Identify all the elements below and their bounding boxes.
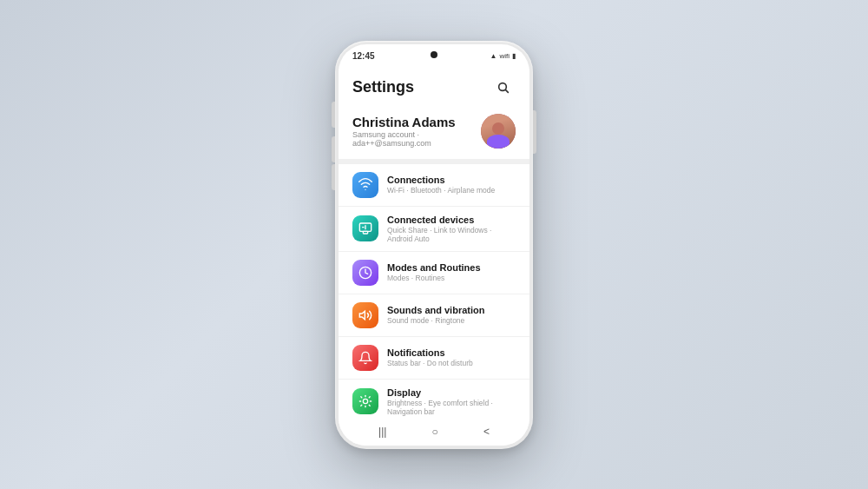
modes-title: Modes and Routines bbox=[387, 262, 516, 273]
profile-subtitle: Samsung account · ada++@samsung.com bbox=[352, 130, 472, 148]
settings-header: Settings bbox=[339, 69, 529, 105]
avatar bbox=[481, 114, 516, 149]
notifications-svg bbox=[358, 351, 372, 365]
search-button[interactable] bbox=[491, 76, 516, 100]
settings-item-modes[interactable]: Modes and Routines Modes · Routines bbox=[339, 252, 529, 294]
camera-dot bbox=[431, 51, 437, 58]
sounds-svg bbox=[358, 308, 372, 322]
back-button[interactable]: < bbox=[483, 426, 490, 438]
connections-sub: Wi-Fi · Bluetooth · Airplane mode bbox=[387, 186, 516, 195]
connections-icon bbox=[352, 172, 378, 198]
notifications-sub: Status bar · Do not disturb bbox=[387, 359, 516, 367]
notifications-icon bbox=[352, 345, 378, 371]
svg-line-16 bbox=[369, 397, 370, 398]
settings-item-sounds[interactable]: Sounds and vibration Sound mode · Ringto… bbox=[339, 294, 529, 337]
connected-devices-text: Connected devices Quick Share · Link to … bbox=[387, 215, 516, 243]
signal-icon: ▲ bbox=[490, 52, 497, 60]
sounds-title: Sounds and vibration bbox=[387, 305, 516, 315]
settings-item-notifications[interactable]: Notifications Status bar · Do not distur… bbox=[339, 337, 529, 380]
avatar-image bbox=[481, 114, 516, 149]
connections-text: Connections Wi-Fi · Bluetooth · Airplane… bbox=[387, 175, 516, 195]
sounds-sub: Sound mode · Ringtone bbox=[387, 316, 516, 325]
connected-devices-svg bbox=[358, 221, 372, 235]
svg-line-1 bbox=[505, 89, 508, 92]
back-icon: < bbox=[483, 426, 490, 438]
connected-devices-icon bbox=[352, 215, 378, 241]
settings-item-connections[interactable]: Connections Wi-Fi · Bluetooth · Airplane… bbox=[339, 164, 529, 207]
phone-screen: 12:45 ▲ wifi ▮ Settings bbox=[339, 44, 529, 446]
settings-item-display[interactable]: Display Brightness · Eye comfort shield … bbox=[339, 380, 529, 418]
settings-list: Connections Wi-Fi · Bluetooth · Airplane… bbox=[339, 164, 529, 418]
display-title: Display bbox=[387, 387, 516, 398]
wifi-connections-icon bbox=[358, 178, 372, 192]
connected-devices-title: Connected devices bbox=[387, 215, 516, 225]
home-button[interactable]: ○ bbox=[432, 426, 438, 438]
phone-frame: 12:45 ▲ wifi ▮ Settings bbox=[335, 41, 533, 449]
display-text: Display Brightness · Eye comfort shield … bbox=[387, 387, 516, 416]
settings-item-connected-devices[interactable]: Connected devices Quick Share · Link to … bbox=[339, 207, 529, 252]
page-title: Settings bbox=[352, 78, 414, 96]
display-icon bbox=[352, 388, 378, 414]
screen-content: Settings Christina Adams Samsung account… bbox=[339, 69, 529, 418]
svg-marker-7 bbox=[359, 311, 365, 319]
search-icon bbox=[496, 81, 510, 95]
profile-info: Christina Adams Samsung account · ada++@… bbox=[352, 115, 472, 148]
recents-button[interactable]: ||| bbox=[378, 426, 386, 438]
modes-sub: Modes · Routines bbox=[387, 274, 516, 282]
display-svg bbox=[358, 394, 372, 408]
display-sub: Brightness · Eye comfort shield · Naviga… bbox=[387, 399, 516, 416]
modes-text: Modes and Routines Modes · Routines bbox=[387, 262, 516, 282]
modes-svg bbox=[358, 266, 372, 280]
home-icon: ○ bbox=[432, 426, 438, 438]
status-bar: 12:45 ▲ wifi ▮ bbox=[339, 44, 529, 69]
sounds-text: Sounds and vibration Sound mode · Ringto… bbox=[387, 305, 516, 325]
status-time: 12:45 bbox=[352, 51, 375, 61]
status-icons: ▲ wifi ▮ bbox=[490, 52, 516, 60]
modes-icon bbox=[352, 260, 378, 286]
svg-point-8 bbox=[363, 399, 367, 403]
svg-line-12 bbox=[369, 405, 370, 406]
wifi-icon: wifi bbox=[499, 52, 510, 60]
battery-icon: ▮ bbox=[512, 52, 516, 60]
svg-rect-3 bbox=[363, 231, 367, 234]
svg-line-11 bbox=[361, 397, 362, 398]
notifications-text: Notifications Status bar · Do not distur… bbox=[387, 347, 516, 367]
svg-line-15 bbox=[361, 405, 362, 406]
navigation-bar: ||| ○ < bbox=[339, 418, 529, 446]
notifications-title: Notifications bbox=[387, 347, 516, 358]
profile-section[interactable]: Christina Adams Samsung account · ada++@… bbox=[339, 105, 529, 159]
connected-devices-sub: Quick Share · Link to Windows · Android … bbox=[387, 226, 516, 243]
connections-title: Connections bbox=[387, 175, 516, 185]
recents-icon: ||| bbox=[378, 426, 386, 438]
profile-name: Christina Adams bbox=[352, 115, 472, 129]
sounds-icon bbox=[352, 302, 378, 328]
